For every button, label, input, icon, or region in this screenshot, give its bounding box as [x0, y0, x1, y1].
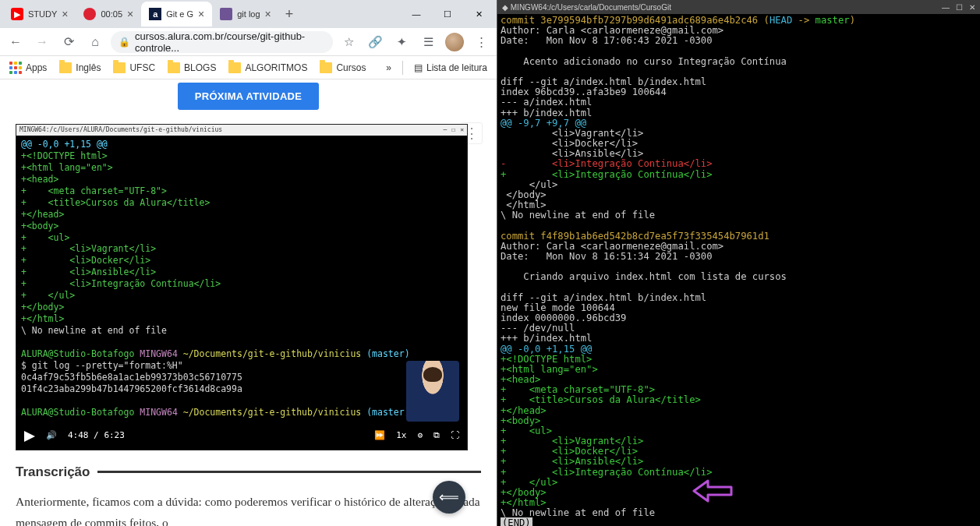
folder-icon	[113, 62, 126, 73]
youtube-icon: ▶	[11, 8, 23, 20]
transcript-text: Anteriormente, ficamos com a dúvida: com…	[16, 491, 481, 527]
svg-marker-0	[24, 431, 35, 442]
reload-button[interactable]: ⟳	[58, 31, 80, 53]
close-window-button[interactable]: ✕	[464, 3, 494, 25]
folder-icon	[228, 62, 241, 73]
video-titlebar: MINGW64:/c/Users/ALURA/Documents/git-e-g…	[16, 125, 467, 136]
mingw-terminal-window: ◆ MINGW64:/c/Users/carla/Documents/Curso…	[497, 0, 980, 526]
reading-list-icon: ▤	[414, 62, 423, 73]
tab-label: STUDY	[28, 9, 57, 19]
reading-list-icon[interactable]: ☰	[417, 31, 439, 53]
forward-button[interactable]: →	[31, 31, 53, 53]
next-activity-button[interactable]: PRÓXIMA ATIVIDADE	[178, 83, 320, 110]
window-controls: ― ☐ ✕	[402, 3, 494, 25]
bookmark-ufsc[interactable]: UFSC	[108, 59, 160, 76]
maximize-button[interactable]: ☐	[956, 3, 963, 12]
bookmark-cursos[interactable]: Cursos	[315, 59, 370, 76]
minimize-button[interactable]: ―	[942, 3, 950, 12]
url-input[interactable]: 🔒 cursos.alura.com.br/course/git-github-…	[111, 31, 333, 53]
close-icon[interactable]: ×	[127, 8, 133, 20]
minimize-button[interactable]: ―	[402, 3, 431, 25]
close-icon[interactable]: ×	[198, 8, 204, 20]
tab-pomo[interactable]: 00:05 ×	[76, 2, 141, 26]
video-container: ⋮ MINGW64:/c/Users/ALURA/Documents/git-e…	[16, 124, 481, 450]
volume-button[interactable]: 🔊	[46, 430, 57, 442]
back-fab-button[interactable]: ⟸	[433, 481, 465, 514]
video-title-text: MINGW64:/c/Users/ALURA/Documents/git-e-g…	[19, 126, 222, 135]
tab-label: 00:05	[101, 9, 122, 19]
terminal-window-controls: ― ☐ ✕	[942, 3, 975, 12]
apps-icon	[9, 62, 22, 74]
back-button[interactable]: ←	[5, 31, 27, 53]
apps-button[interactable]: Apps	[5, 58, 51, 77]
reading-list-button[interactable]: ▤ Lista de leitura	[409, 59, 492, 76]
chrome-window: ▶ STUDY × 00:05 × a Git e G × git log × …	[0, 0, 497, 526]
skip-button[interactable]: ⏩	[374, 430, 385, 442]
speed-button[interactable]: 1x	[396, 430, 406, 442]
instructor-video-thumbnail	[406, 361, 459, 422]
mingw-icon: ◆	[502, 3, 508, 12]
close-icon[interactable]: ×	[62, 8, 68, 20]
video-terminal-content: @@ -0,0 +1,15 @@ +<!DOCTYPE html> +<html…	[16, 136, 467, 450]
video-player[interactable]: MINGW64:/c/Users/ALURA/Documents/git-e-g…	[16, 124, 468, 450]
terminal-title-text: MINGW64:/c/Users/carla/Documents/CursoGi…	[511, 3, 671, 12]
bookmark-blogs[interactable]: BLOGS	[163, 59, 221, 76]
terminal-output[interactable]: commit 3e799594bfb7297b99d6491adc689a6e4…	[497, 14, 980, 526]
section-title: Transcrição	[16, 464, 481, 480]
fullscreen-button[interactable]: ⛶	[451, 430, 459, 442]
tab-study[interactable]: ▶ STUDY ×	[3, 2, 76, 26]
tab-strip: ▶ STUDY × 00:05 × a Git e G × git log × …	[0, 0, 497, 28]
annotation-arrow-icon	[658, 468, 733, 515]
menu-button[interactable]: ⋮	[470, 31, 492, 53]
share-button[interactable]: 🔗	[364, 31, 386, 53]
pip-button[interactable]: ⧉	[433, 430, 440, 442]
new-tab-button[interactable]: +	[279, 6, 300, 23]
page-content: PRÓXIMA ATIVIDADE ⋮ MINGW64:/c/Users/ALU…	[0, 79, 497, 526]
extensions-button[interactable]: ✦	[391, 31, 412, 53]
folder-icon	[320, 62, 332, 73]
apps-label: Apps	[26, 62, 47, 73]
bookmark-ingles[interactable]: Inglês	[55, 59, 105, 76]
git-icon	[220, 8, 232, 20]
close-icon[interactable]: ×	[265, 8, 271, 20]
tab-label: git log	[237, 9, 260, 19]
profile-avatar[interactable]	[444, 31, 465, 53]
settings-button[interactable]: ⚙	[417, 430, 423, 442]
terminal-title-bar: ◆ MINGW64:/c/Users/carla/Documents/Curso…	[497, 0, 980, 14]
star-button[interactable]: ☆	[338, 31, 359, 53]
video-controls: 🔊 4:48 / 6:23 ⏩ 1x ⚙ ⧉ ⛶	[16, 423, 467, 450]
tab-gitlog[interactable]: git log ×	[212, 2, 279, 26]
bookmark-algoritmos[interactable]: ALGORITMOS	[224, 59, 312, 76]
play-button[interactable]	[24, 431, 35, 442]
pomo-icon	[83, 8, 96, 20]
close-button[interactable]: ✕	[969, 3, 975, 12]
maximize-button[interactable]: ☐	[433, 3, 462, 25]
tab-git-alura[interactable]: a Git e G ×	[141, 2, 212, 26]
folder-icon	[168, 62, 180, 73]
alura-icon: a	[149, 8, 161, 20]
tab-label: Git e G	[166, 9, 193, 19]
folder-icon	[59, 62, 72, 73]
lock-icon: 🔒	[119, 37, 130, 48]
bookmarks-bar: Apps Inglês UFSC BLOGS ALGORITMOS Cursos…	[0, 56, 497, 79]
url-text: cursos.alura.com.br/course/git-github-co…	[135, 31, 325, 53]
address-bar: ← → ⟳ ⌂ 🔒 cursos.alura.com.br/course/git…	[0, 28, 497, 56]
video-time: 4:48 / 6:23	[68, 430, 125, 442]
home-button[interactable]: ⌂	[84, 31, 106, 53]
bookmark-overflow[interactable]: »	[381, 59, 396, 76]
